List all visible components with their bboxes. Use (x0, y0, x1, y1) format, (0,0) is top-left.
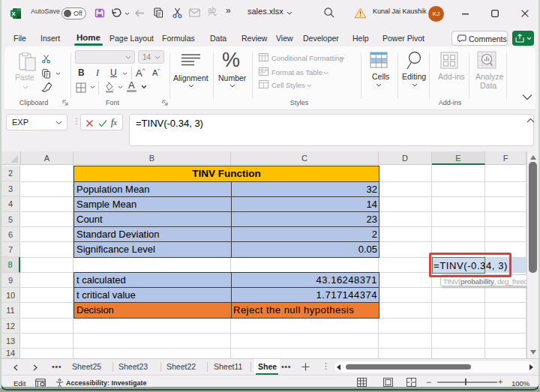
svg-text:X: X (11, 10, 16, 17)
